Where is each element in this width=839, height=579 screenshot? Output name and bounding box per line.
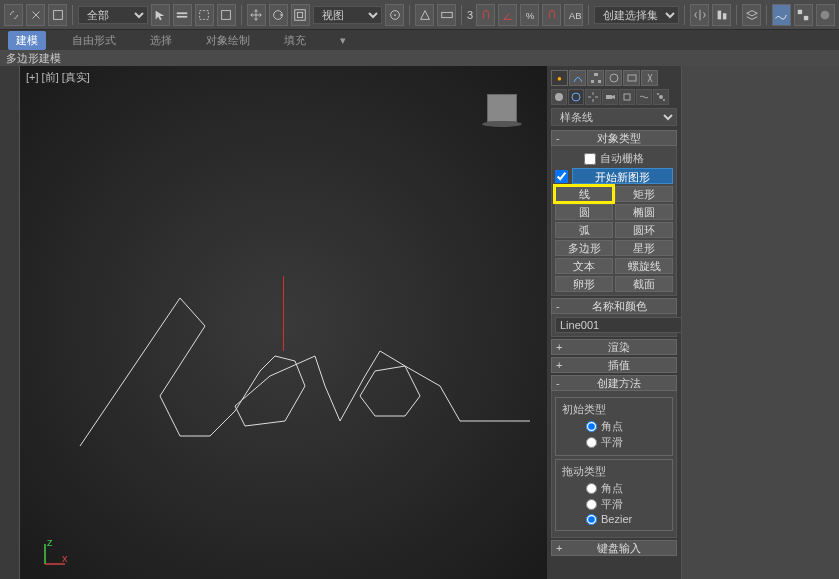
auto-grid-row: 自动栅格 — [555, 151, 673, 166]
ref-coord-dropdown[interactable]: 视图 — [313, 6, 383, 24]
ribbon-tabs: 建模 自由形式 选择 对象绘制 填充 ▾ — [0, 30, 839, 50]
start-new-checkbox[interactable] — [555, 170, 568, 183]
motion-tab-icon[interactable] — [605, 70, 622, 86]
angle-snap-icon[interactable] — [498, 4, 517, 26]
viewport-label[interactable]: [+] [前] [真实] — [26, 70, 90, 85]
select-rect-icon[interactable] — [195, 4, 214, 26]
main-area: [+] [前] [真实] z x — [0, 66, 839, 579]
svg-text:z: z — [47, 539, 53, 548]
tab-select[interactable]: 选择 — [142, 31, 180, 50]
display-tab-icon[interactable] — [623, 70, 640, 86]
align-icon[interactable] — [712, 4, 731, 26]
helpers-icon[interactable] — [619, 89, 635, 105]
rollout-header-object-type[interactable]: -对象类型 — [551, 130, 677, 146]
auto-grid-checkbox[interactable] — [584, 153, 596, 165]
shape-btn-ellipse[interactable]: 椭圆 — [615, 204, 673, 220]
tab-freeform[interactable]: 自由形式 — [64, 31, 124, 50]
curve-editor-icon[interactable] — [772, 4, 791, 26]
center-icon[interactable] — [385, 4, 404, 26]
tab-objectpaint[interactable]: 对象绘制 — [198, 31, 258, 50]
move-icon[interactable] — [247, 4, 266, 26]
svg-rect-30 — [624, 94, 630, 100]
svg-text:x: x — [62, 552, 68, 564]
shape-btn-line[interactable]: 线 — [555, 186, 613, 202]
empty-right-strip — [681, 66, 839, 579]
link-icon[interactable] — [4, 4, 23, 26]
shape-btn-helix[interactable]: 螺旋线 — [615, 258, 673, 274]
snap-toggle-icon[interactable] — [476, 4, 495, 26]
rollout-header-keyboard[interactable]: +键盘输入 — [551, 540, 677, 556]
auto-grid-label: 自动栅格 — [600, 151, 644, 166]
rotate-icon[interactable] — [269, 4, 288, 26]
shape-btn-arc[interactable]: 弧 — [555, 222, 613, 238]
ribbon-expand-icon[interactable]: ▾ — [332, 32, 354, 49]
svg-text:ABC: ABC — [569, 9, 581, 20]
rollout-header-creation-method[interactable]: -创建方法 — [551, 375, 677, 391]
initial-corner-radio[interactable] — [586, 421, 597, 432]
svg-rect-7 — [295, 9, 306, 20]
spacewarps-icon[interactable] — [636, 89, 652, 105]
systems-icon[interactable] — [653, 89, 669, 105]
svg-text:%: % — [525, 9, 534, 20]
select-window-icon[interactable] — [217, 4, 236, 26]
module-label: 多边形建模 — [0, 50, 839, 66]
tab-modeling[interactable]: 建模 — [8, 31, 46, 50]
drag-bezier-radio[interactable] — [586, 514, 597, 525]
start-new-shape-button[interactable]: 开始新图形 — [572, 168, 673, 184]
rollout-creation-method: -创建方法 初始类型 角点 平滑 拖动类型 角点 平滑 Bezier — [551, 375, 677, 538]
unlink-icon[interactable] — [26, 4, 45, 26]
tab-populate[interactable]: 填充 — [276, 31, 314, 50]
edit-text-icon[interactable]: ABC — [564, 4, 583, 26]
viewcube[interactable] — [487, 94, 517, 122]
scale-icon[interactable] — [291, 4, 310, 26]
svg-point-31 — [659, 95, 663, 99]
selection-set-dropdown[interactable]: 创建选择集 — [594, 6, 679, 24]
rollout-header-render[interactable]: +渲染 — [551, 339, 677, 355]
panel-category-tabs — [551, 70, 677, 86]
cameras-icon[interactable] — [602, 89, 618, 105]
keyboard-shortcut-icon[interactable] — [437, 4, 456, 26]
hierarchy-tab-icon[interactable] — [587, 70, 604, 86]
lights-icon[interactable] — [585, 89, 601, 105]
bind-icon[interactable] — [48, 4, 67, 26]
rollout-header-name-color[interactable]: -名称和颜色 — [551, 298, 677, 314]
select-name-icon[interactable] — [173, 4, 192, 26]
shape-btn-text[interactable]: 文本 — [555, 258, 613, 274]
percent-snap-icon[interactable]: % — [520, 4, 539, 26]
create-tab-icon[interactable] — [551, 70, 568, 86]
shape-btn-ngon[interactable]: 多边形 — [555, 240, 613, 256]
main-toolbar: 全部 视图 3 % ABC 创建选择集 — [0, 0, 839, 30]
svg-rect-13 — [717, 10, 721, 19]
rollout-header-interpolation[interactable]: +插值 — [551, 357, 677, 373]
shape-btn-donut[interactable]: 圆环 — [615, 222, 673, 238]
shape-btn-star[interactable]: 星形 — [615, 240, 673, 256]
drag-corner-radio[interactable] — [586, 483, 597, 494]
viewport[interactable]: [+] [前] [真实] z x — [20, 66, 547, 579]
svg-point-32 — [657, 93, 659, 95]
utilities-tab-icon[interactable] — [641, 70, 658, 86]
shape-btn-egg[interactable]: 卵形 — [555, 276, 613, 292]
modify-tab-icon[interactable] — [569, 70, 586, 86]
shape-btn-rect[interactable]: 矩形 — [615, 186, 673, 202]
svg-rect-29 — [606, 95, 612, 99]
shape-type-dropdown[interactable]: 样条线 — [551, 108, 677, 126]
shape-btn-circle[interactable]: 圆 — [555, 204, 613, 220]
layers-icon[interactable] — [742, 4, 761, 26]
create-subcategories — [551, 89, 677, 105]
select-icon[interactable] — [151, 4, 170, 26]
spinner-snap-icon[interactable] — [542, 4, 561, 26]
svg-rect-6 — [298, 12, 303, 17]
initial-smooth-radio[interactable] — [586, 437, 597, 448]
drag-smooth-radio[interactable] — [586, 499, 597, 510]
manipulate-icon[interactable] — [415, 4, 434, 26]
right-panel: 样条线 -对象类型 自动栅格 开始新图形 线 矩形 圆 — [547, 66, 839, 579]
schematic-icon[interactable] — [794, 4, 813, 26]
shape-btn-section[interactable]: 截面 — [615, 276, 673, 292]
shapes-icon[interactable] — [568, 89, 584, 105]
filter-dropdown[interactable]: 全部 — [78, 6, 148, 24]
initial-type-label: 初始类型 — [562, 402, 668, 417]
svg-point-17 — [821, 10, 830, 19]
geometry-icon[interactable] — [551, 89, 567, 105]
material-editor-icon[interactable] — [816, 4, 835, 26]
mirror-icon[interactable] — [690, 4, 709, 26]
